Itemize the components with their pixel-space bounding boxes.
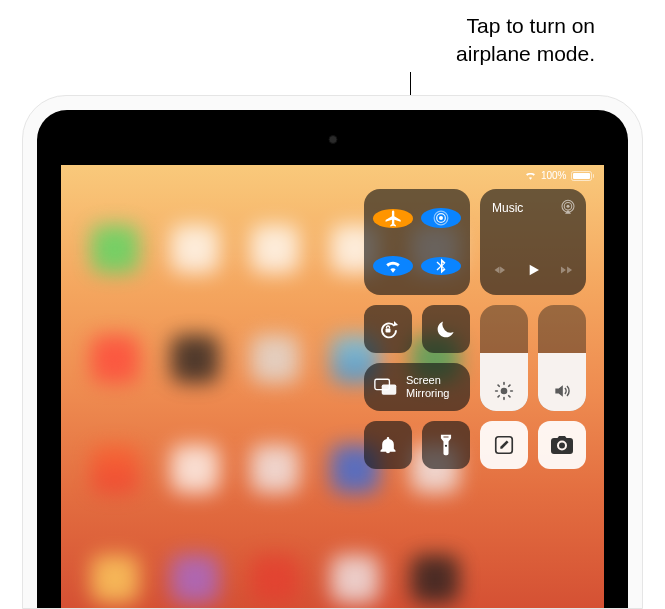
wifi-icon xyxy=(383,256,403,276)
screen-mirroring-button[interactable]: Screen Mirroring xyxy=(364,363,470,411)
volume-slider[interactable] xyxy=(538,305,586,411)
battery-percentage: 100% xyxy=(541,170,567,181)
brightness-slider[interactable] xyxy=(480,305,528,411)
svg-point-3 xyxy=(567,205,570,208)
connectivity-group xyxy=(364,189,470,295)
wifi-status-icon xyxy=(524,169,537,182)
brightness-icon xyxy=(494,381,514,401)
do-not-disturb-toggle[interactable] xyxy=(422,305,470,353)
bluetooth-toggle[interactable] xyxy=(421,257,461,275)
status-bar: 100% xyxy=(524,169,594,182)
svg-line-15 xyxy=(509,396,510,397)
camera-icon xyxy=(550,435,574,455)
flashlight-icon xyxy=(439,434,453,456)
silent-mode-toggle[interactable] xyxy=(364,421,412,469)
camera-button[interactable] xyxy=(538,421,586,469)
ipad-frame: 100% xyxy=(22,95,643,609)
screen-mirroring-icon xyxy=(374,378,398,396)
svg-point-18 xyxy=(445,445,447,447)
quick-note-button[interactable] xyxy=(480,421,528,469)
battery-icon-body xyxy=(571,171,592,181)
battery-icon-tip xyxy=(593,174,595,178)
airplane-mode-toggle[interactable] xyxy=(373,209,413,228)
music-label: Music xyxy=(492,201,523,215)
flashlight-toggle[interactable] xyxy=(422,421,470,469)
ipad-bezel: 100% xyxy=(37,110,628,609)
rewind-icon[interactable] xyxy=(491,263,508,277)
bell-icon xyxy=(378,435,398,455)
control-center: Music xyxy=(364,189,594,469)
airdrop-toggle[interactable] xyxy=(421,208,461,228)
svg-point-9 xyxy=(501,388,508,395)
svg-point-0 xyxy=(439,216,443,220)
airplane-icon xyxy=(384,209,403,228)
transport-controls xyxy=(480,261,586,279)
svg-rect-6 xyxy=(386,329,391,333)
airplay-audio-icon xyxy=(559,198,577,216)
bluetooth-icon xyxy=(432,257,450,275)
orientation-lock-icon xyxy=(376,317,400,341)
orientation-lock-toggle[interactable] xyxy=(364,305,412,353)
callout-line-2: airplane mode. xyxy=(456,42,595,65)
fast-forward-icon[interactable] xyxy=(558,263,575,277)
svg-rect-8 xyxy=(382,384,397,394)
ipad-screen: 100% xyxy=(61,165,604,609)
callout-text: Tap to turn on airplane mode. xyxy=(456,12,595,69)
svg-line-16 xyxy=(498,396,499,397)
airdrop-icon xyxy=(431,208,451,228)
front-camera xyxy=(328,135,337,144)
play-icon[interactable] xyxy=(525,261,541,279)
moon-icon xyxy=(435,318,457,340)
svg-line-17 xyxy=(509,385,510,386)
callout-line-1: Tap to turn on xyxy=(467,14,595,37)
wifi-toggle[interactable] xyxy=(373,256,413,276)
note-pencil-icon xyxy=(493,434,515,456)
screen-mirroring-label: Screen Mirroring xyxy=(406,374,449,399)
svg-line-14 xyxy=(498,385,499,386)
volume-icon xyxy=(552,381,572,401)
music-widget[interactable]: Music xyxy=(480,189,586,295)
